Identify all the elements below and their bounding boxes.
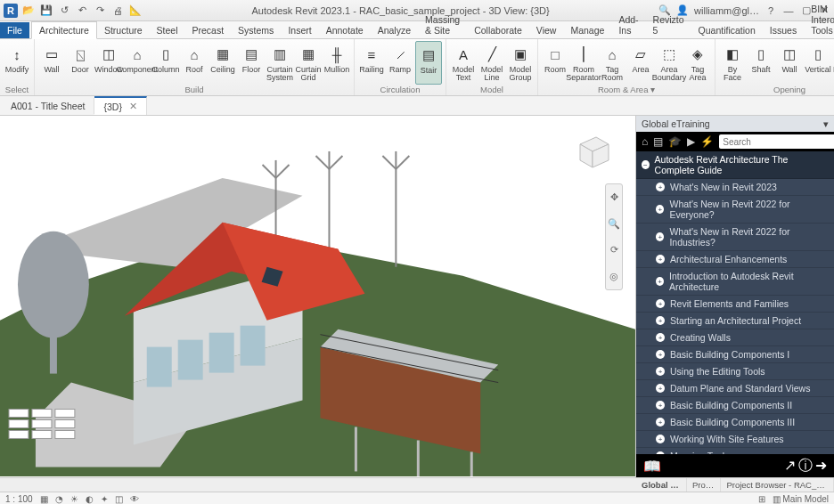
minimize-icon[interactable]: — <box>782 4 795 17</box>
detail-level-icon[interactable]: ▦ <box>40 494 48 504</box>
app-icon[interactable]: R <box>4 4 18 18</box>
wheel-icon[interactable]: ◎ <box>609 271 618 282</box>
worksets-icon[interactable]: ⊞ <box>758 494 765 504</box>
expand-icon[interactable] <box>656 183 665 191</box>
course-tree[interactable]: Autodesk Revit Architecture The Complete… <box>636 151 834 454</box>
orbit-icon[interactable]: ⟳ <box>610 244 618 256</box>
tab-architecture[interactable]: Architecture <box>31 21 97 39</box>
course-node[interactable]: Autodesk Revit Architecture The Complete… <box>636 151 834 179</box>
tab-insert[interactable]: Insert <box>281 22 318 38</box>
bottom-tab[interactable]: Properties <box>687 478 722 492</box>
mullion-button[interactable]: ╫Mullion <box>323 41 350 85</box>
stair-button[interactable]: ▤Stair <box>415 41 442 85</box>
zoom-icon[interactable]: 🔍 <box>608 218 620 230</box>
lesson-node[interactable]: Massing Tools <box>636 448 834 454</box>
by-face-button[interactable]: ◧By Face <box>719 41 746 85</box>
model-selector[interactable]: ▥ Main Model <box>773 494 829 504</box>
tab-structure[interactable]: Structure <box>97 22 150 38</box>
room-button[interactable]: □Room <box>542 41 568 85</box>
lesson-node[interactable]: Creating Walls <box>636 329 834 346</box>
popout-icon[interactable]: ↗ <box>784 458 796 473</box>
panel-search-input[interactable] <box>723 137 834 147</box>
tab-issues[interactable]: Issues <box>763 22 804 38</box>
tab-systems[interactable]: Systems <box>231 22 281 38</box>
expand-icon[interactable] <box>656 299 665 308</box>
tab-precast[interactable]: Precast <box>185 22 232 38</box>
model-line-button[interactable]: ╱Model Line <box>478 41 505 85</box>
bolt-icon[interactable]: ⚡ <box>700 134 714 149</box>
course-icon[interactable]: 🎓 <box>668 134 682 149</box>
tab-bim-interoperability-tools[interactable]: BIM Interoperability Tools <box>804 1 834 38</box>
model-group-button[interactable]: ▣Model Group <box>507 41 534 85</box>
video-icon[interactable]: ▶ <box>687 134 695 149</box>
close-tab-icon[interactable]: ✕ <box>129 101 137 112</box>
bottom-tab[interactable]: Global eTraining <box>636 478 687 492</box>
info-icon[interactable]: ⓘ <box>798 458 813 473</box>
roof-button[interactable]: ⌂Roof <box>181 41 208 85</box>
expand-icon[interactable] <box>656 350 665 359</box>
wall-opening-button[interactable]: ◫Wall <box>776 41 803 85</box>
visual-style-icon[interactable]: ◔ <box>55 494 63 504</box>
shadows-icon[interactable]: ◐ <box>86 494 94 504</box>
expand-icon[interactable] <box>656 418 665 427</box>
tab-revizto-5[interactable]: Revizto 5 <box>646 12 691 38</box>
library-icon[interactable]: ▤ <box>653 134 663 149</box>
doc-tab[interactable]: {3D}✕ <box>94 96 146 115</box>
book-icon[interactable]: 📖 <box>643 458 661 475</box>
lesson-node[interactable]: Architectural Enhancements <box>636 251 834 268</box>
tag-room-button[interactable]: ⌂Tag Room <box>599 41 626 85</box>
home-icon[interactable]: ⌂ <box>642 134 648 149</box>
tab-manage[interactable]: Manage <box>563 22 611 38</box>
measure-icon[interactable]: 📐 <box>128 4 143 18</box>
collapse-icon[interactable] <box>642 160 650 169</box>
sync-icon[interactable]: ↺ <box>57 4 71 18</box>
tab-add-ins[interactable]: Add-Ins <box>611 12 645 38</box>
undo-icon[interactable]: ↶ <box>75 4 89 18</box>
vertical-button[interactable]: ▯Vertical <box>805 41 831 85</box>
view-cube[interactable] <box>569 128 614 173</box>
lesson-node[interactable]: Datum Plane and Standard Views <box>636 380 834 397</box>
lesson-node[interactable]: What's New in Revit 2023 <box>636 179 834 196</box>
navigation-bar[interactable]: ✥ 🔍 ⟳ ◎ <box>605 183 623 290</box>
tab-steel[interactable]: Steel <box>150 22 185 38</box>
crop-icon[interactable]: ◫ <box>115 494 123 504</box>
expand-icon[interactable] <box>656 435 665 443</box>
hide-icon[interactable]: 👁 <box>130 494 139 504</box>
exit-icon[interactable]: ➜ <box>815 458 827 473</box>
panel-search[interactable]: 🔍 <box>719 134 834 149</box>
expand-icon[interactable] <box>656 401 665 410</box>
wall-button[interactable]: ▭Wall <box>38 41 65 85</box>
doc-tab[interactable]: A001 - Title Sheet <box>2 98 94 114</box>
railing-button[interactable]: ≡Railing <box>358 41 385 85</box>
bottom-tab[interactable]: Project Browser - RAC_basic_sample_proje… <box>721 478 834 492</box>
model-text-button[interactable]: AModel Text <box>450 41 477 85</box>
ramp-button[interactable]: ⟋Ramp <box>387 41 413 85</box>
help-icon[interactable]: ? <box>764 4 777 17</box>
room-separator-button[interactable]: ⎮Room Separator <box>570 41 597 85</box>
expand-icon[interactable] <box>656 205 664 214</box>
tab-collaborate[interactable]: Collaborate <box>467 22 529 38</box>
column-button[interactable]: ▯Column <box>152 41 179 85</box>
tab-quantification[interactable]: Quantification <box>691 22 763 38</box>
open-icon[interactable]: 📂 <box>21 4 36 18</box>
lesson-node[interactable]: Working With Site Features <box>636 431 834 448</box>
lesson-node[interactable]: Basic Building Components I <box>636 346 834 363</box>
tab-file[interactable]: File <box>0 22 29 38</box>
window-button[interactable]: ◫Window <box>95 41 122 85</box>
curtain-system-button[interactable]: ▥Curtain System <box>266 41 293 85</box>
redo-icon[interactable]: ↷ <box>93 4 107 18</box>
expand-icon[interactable] <box>656 232 664 241</box>
floor-button[interactable]: ▤Floor <box>238 41 265 85</box>
lesson-node[interactable]: Introduction to Autodesk Revit Architect… <box>636 268 834 296</box>
tab-analyze[interactable]: Analyze <box>371 22 418 38</box>
expand-icon[interactable] <box>656 333 665 342</box>
tab-annotate[interactable]: Annotate <box>319 22 371 38</box>
sun-path-icon[interactable]: ☀ <box>70 494 78 504</box>
lesson-node[interactable]: What's New in Revit 2022 for Everyone? <box>636 196 834 224</box>
expand-icon[interactable] <box>656 277 664 286</box>
ceiling-button[interactable]: ▦Ceiling <box>209 41 236 85</box>
save-icon[interactable]: 💾 <box>39 4 53 18</box>
user-name[interactable]: williamm@gl… <box>694 5 759 16</box>
lesson-node[interactable]: Basic Building Components III <box>636 414 834 431</box>
lesson-node[interactable]: Using the Editing Tools <box>636 363 834 380</box>
